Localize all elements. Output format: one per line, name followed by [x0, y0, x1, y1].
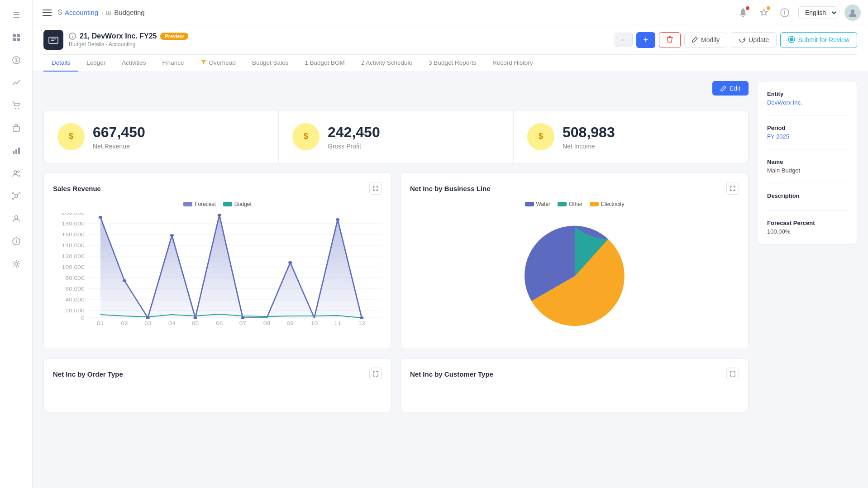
svg-point-6: [14, 108, 15, 109]
tab-activity-schedule[interactable]: 2 Activity Schedule: [353, 55, 420, 72]
net-revenue-value: 667,450: [93, 124, 145, 141]
record-icon: [43, 30, 63, 50]
sidebar-item-menu[interactable]: ☰: [7, 5, 26, 24]
main-content: $ Accounting › ⊞ Budgeting: [33, 0, 868, 488]
user-avatar[interactable]: [844, 5, 861, 21]
breadcrumb: $ Accounting › ⊞ Budgeting: [58, 9, 145, 17]
add-button[interactable]: +: [636, 32, 656, 48]
legend-other: Other: [558, 201, 582, 207]
net-inc-order-chart: Net Inc by Order Type: [43, 358, 391, 412]
svg-line-18: [14, 194, 15, 195]
net-inc-customer-expand[interactable]: [726, 368, 739, 380]
svg-rect-3: [17, 38, 20, 41]
sales-chart-expand[interactable]: [369, 182, 382, 195]
sidebar-item-analytics[interactable]: [7, 73, 26, 92]
topnav: $ Accounting › ⊞ Budgeting: [33, 0, 868, 25]
sidebar-item-user-account[interactable]: [7, 209, 26, 228]
other-legend-dot: [558, 202, 567, 206]
sidebar-item-barchart[interactable]: [7, 141, 26, 160]
modify-icon: [692, 36, 698, 44]
tab-details[interactable]: Details: [43, 55, 78, 72]
tab-budget-bom[interactable]: 1 Budget BOM: [296, 55, 353, 72]
water-legend-label: Water: [536, 201, 551, 207]
kpi-net-revenue: $ 667,450 Net Revenue: [44, 110, 279, 163]
svg-text:08: 08: [263, 321, 271, 326]
legend-water: Water: [525, 201, 551, 207]
sidebar-item-settings[interactable]: [7, 254, 26, 273]
edit-button[interactable]: Edit: [712, 81, 749, 96]
gross-profit-value: 242,450: [328, 124, 380, 141]
svg-text:01: 01: [97, 321, 104, 326]
tab-budget-sales[interactable]: Budget Sales: [244, 55, 296, 72]
page-header: i 21, DevWorx Inc. FY25 Preview Budget D…: [33, 25, 868, 72]
other-legend-label: Other: [569, 201, 582, 207]
tab-ledger[interactable]: Ledger: [78, 55, 114, 72]
sales-chart-area: 200,000 180,000 160,000 140,000 120,000 …: [53, 213, 382, 330]
kpi-gross-profit: $ 242,450 Gross Profit: [279, 110, 514, 163]
svg-rect-0: [13, 34, 16, 37]
net-inc-customer-chart: Net Inc by Customer Type: [401, 358, 749, 412]
description-label: Description: [767, 192, 848, 199]
svg-line-20: [14, 197, 15, 198]
sidebar-item-cart[interactable]: [7, 96, 26, 115]
submit-review-button[interactable]: Submit for Review: [780, 32, 857, 48]
svg-text:$: $: [539, 132, 543, 141]
gross-profit-label: Gross Profit: [328, 143, 380, 150]
svg-text:$: $: [69, 132, 73, 141]
period-label: Period: [767, 124, 848, 131]
net-inc-order-expand[interactable]: [369, 368, 382, 380]
sidebar-item-info[interactable]: i: [7, 232, 26, 251]
bottom-charts-row: Net Inc by Order Type Net Inc by Custome…: [43, 358, 749, 412]
tab-overhead[interactable]: Overhead: [192, 55, 244, 72]
update-button[interactable]: Update: [731, 32, 777, 48]
update-icon: [739, 36, 746, 44]
period-value[interactable]: FY 2025: [767, 133, 848, 140]
tab-record-history[interactable]: Record History: [484, 55, 541, 72]
sidebar-item-grid[interactable]: [7, 28, 26, 47]
notifications-icon[interactable]: [736, 5, 750, 20]
pie-chart-legend: Water Other Electricity: [410, 201, 739, 207]
modify-button[interactable]: Modify: [684, 33, 727, 48]
net-revenue-label: Net Revenue: [93, 143, 145, 150]
svg-text:140,000: 140,000: [62, 243, 85, 249]
svg-text:80,000: 80,000: [65, 276, 85, 281]
svg-point-76: [360, 316, 363, 319]
breadcrumb-accounting[interactable]: Accounting: [65, 9, 98, 16]
svg-text:120,000: 120,000: [62, 254, 85, 259]
hamburger-icon[interactable]: [40, 5, 54, 20]
delete-button[interactable]: [659, 32, 681, 48]
info-icon[interactable]: i: [777, 5, 792, 20]
panel-description: Description: [767, 192, 848, 201]
svg-text:i: i: [15, 239, 17, 244]
pie-chart-expand[interactable]: [726, 182, 739, 195]
forecast-legend-dot: [183, 202, 192, 206]
svg-text:12: 12: [358, 321, 365, 326]
back-icon: ←: [620, 36, 627, 43]
svg-point-69: [146, 316, 150, 319]
panel-period: Period FY 2025: [767, 124, 848, 140]
sidebar-item-users[interactable]: [7, 164, 26, 183]
sidebar-item-box[interactable]: [7, 119, 26, 138]
entity-label: Entity: [767, 91, 848, 97]
add-icon: +: [644, 35, 649, 45]
edit-icon: [720, 85, 727, 91]
kpi-net-income: $ 508,983 Net Income: [514, 110, 748, 163]
sidebar-item-network[interactable]: [7, 187, 26, 206]
tab-activities[interactable]: Activities: [114, 55, 154, 72]
tab-budget-reports[interactable]: 3 Budget Reports: [420, 55, 484, 72]
tab-finance[interactable]: Finance: [154, 55, 192, 72]
svg-text:09: 09: [287, 321, 294, 326]
favorites-icon[interactable]: [757, 5, 771, 20]
sidebar-item-accounting[interactable]: $: [7, 51, 26, 70]
kpi-row: $ 667,450 Net Revenue $: [43, 110, 749, 163]
trash-icon: [667, 36, 673, 44]
svg-rect-32: [49, 37, 58, 43]
notification-badge: [746, 6, 749, 10]
breadcrumb-separator: ›: [101, 9, 103, 16]
breadcrumb-budgeting[interactable]: Budgeting: [114, 9, 145, 16]
back-button[interactable]: ←: [615, 33, 633, 47]
svg-text:i: i: [72, 34, 73, 39]
language-selector[interactable]: English: [798, 6, 838, 19]
pie-chart-visual: [410, 213, 739, 340]
entity-value[interactable]: DevWorx Inc.: [767, 99, 848, 106]
